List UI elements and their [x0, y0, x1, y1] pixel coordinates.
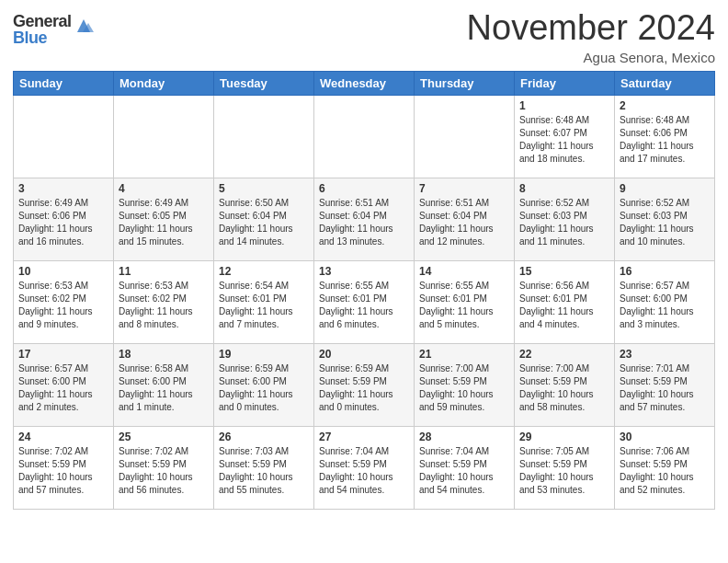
- calendar-cell: 13Sunrise: 6:55 AMSunset: 6:01 PMDayligh…: [314, 260, 415, 343]
- calendar-cell: 23Sunrise: 7:01 AMSunset: 5:59 PMDayligh…: [615, 343, 715, 426]
- day-number: 10: [18, 265, 108, 278]
- calendar-cell: 5Sunrise: 6:50 AMSunset: 6:04 PMDaylight…: [214, 178, 314, 260]
- calendar-week-2: 3Sunrise: 6:49 AMSunset: 6:06 PMDaylight…: [14, 178, 715, 260]
- weekday-header-row: SundayMondayTuesdayWednesdayThursdayFrid…: [14, 71, 715, 95]
- day-info: Sunrise: 6:57 AMSunset: 6:00 PMDaylight:…: [620, 280, 710, 331]
- day-info: Sunrise: 6:55 AMSunset: 6:01 PMDaylight:…: [419, 280, 509, 331]
- day-info: Sunrise: 7:03 AMSunset: 5:59 PMDaylight:…: [219, 445, 309, 497]
- day-info: Sunrise: 6:52 AMSunset: 6:03 PMDaylight:…: [519, 197, 609, 248]
- calendar-cell: 24Sunrise: 7:02 AMSunset: 5:59 PMDayligh…: [14, 426, 114, 509]
- weekday-tuesday: Tuesday: [214, 71, 314, 95]
- calendar-cell: 30Sunrise: 7:06 AMSunset: 5:59 PMDayligh…: [615, 426, 715, 509]
- calendar-cell: 22Sunrise: 7:00 AMSunset: 5:59 PMDayligh…: [515, 343, 615, 426]
- day-number: 22: [519, 348, 609, 361]
- logo-blue: Blue: [13, 29, 72, 46]
- day-info: Sunrise: 7:04 AMSunset: 5:59 PMDaylight:…: [419, 445, 509, 497]
- calendar-cell: 4Sunrise: 6:49 AMSunset: 6:05 PMDaylight…: [114, 178, 214, 260]
- day-number: 1: [519, 99, 609, 112]
- day-number: 7: [419, 182, 509, 195]
- day-number: 25: [119, 431, 209, 443]
- day-number: 24: [18, 431, 108, 443]
- calendar-cell: [214, 95, 314, 178]
- day-number: 3: [18, 182, 108, 195]
- day-number: 15: [519, 265, 609, 278]
- day-number: 29: [519, 431, 609, 443]
- calendar-cell: 3Sunrise: 6:49 AMSunset: 6:06 PMDaylight…: [14, 178, 114, 260]
- calendar-cell: 20Sunrise: 6:59 AMSunset: 5:59 PMDayligh…: [314, 343, 415, 426]
- day-number: 14: [419, 265, 509, 278]
- calendar-week-3: 10Sunrise: 6:53 AMSunset: 6:02 PMDayligh…: [14, 260, 715, 343]
- day-info: Sunrise: 7:05 AMSunset: 5:59 PMDaylight:…: [519, 445, 609, 497]
- calendar-cell: 14Sunrise: 6:55 AMSunset: 6:01 PMDayligh…: [415, 260, 515, 343]
- title-section: November 2024 Agua Senora, Mexico: [467, 9, 715, 65]
- day-info: Sunrise: 6:48 AMSunset: 6:07 PMDaylight:…: [519, 114, 609, 166]
- day-info: Sunrise: 6:55 AMSunset: 6:01 PMDaylight:…: [319, 280, 409, 331]
- logo-icon: [74, 16, 94, 40]
- weekday-monday: Monday: [114, 71, 214, 95]
- calendar-cell: 17Sunrise: 6:57 AMSunset: 6:00 PMDayligh…: [14, 343, 114, 426]
- day-info: Sunrise: 6:53 AMSunset: 6:02 PMDaylight:…: [119, 280, 209, 331]
- day-number: 9: [620, 182, 710, 195]
- calendar-week-4: 17Sunrise: 6:57 AMSunset: 6:00 PMDayligh…: [14, 343, 715, 426]
- calendar-cell: 29Sunrise: 7:05 AMSunset: 5:59 PMDayligh…: [515, 426, 615, 509]
- day-info: Sunrise: 6:49 AMSunset: 6:06 PMDaylight:…: [18, 197, 108, 248]
- calendar-cell: 19Sunrise: 6:59 AMSunset: 6:00 PMDayligh…: [214, 343, 314, 426]
- calendar-cell: 1Sunrise: 6:48 AMSunset: 6:07 PMDaylight…: [515, 95, 615, 178]
- calendar-cell: 16Sunrise: 6:57 AMSunset: 6:00 PMDayligh…: [615, 260, 715, 343]
- day-number: 5: [219, 182, 309, 195]
- calendar-cell: [415, 95, 515, 178]
- day-info: Sunrise: 6:50 AMSunset: 6:04 PMDaylight:…: [219, 197, 309, 248]
- day-info: Sunrise: 6:49 AMSunset: 6:05 PMDaylight:…: [119, 197, 209, 248]
- day-number: 21: [419, 348, 509, 361]
- calendar-cell: 7Sunrise: 6:51 AMSunset: 6:04 PMDaylight…: [415, 178, 515, 260]
- calendar-cell: 10Sunrise: 6:53 AMSunset: 6:02 PMDayligh…: [14, 260, 114, 343]
- day-number: 2: [620, 99, 710, 112]
- calendar-cell: [314, 95, 415, 178]
- day-info: Sunrise: 7:00 AMSunset: 5:59 PMDaylight:…: [519, 362, 609, 414]
- day-number: 8: [519, 182, 609, 195]
- calendar-cell: 8Sunrise: 6:52 AMSunset: 6:03 PMDaylight…: [515, 178, 615, 260]
- logo: General Blue: [13, 13, 94, 46]
- calendar-cell: 27Sunrise: 7:04 AMSunset: 5:59 PMDayligh…: [314, 426, 415, 509]
- day-info: Sunrise: 7:06 AMSunset: 5:59 PMDaylight:…: [620, 445, 710, 497]
- day-info: Sunrise: 6:59 AMSunset: 6:00 PMDaylight:…: [219, 362, 309, 414]
- day-number: 6: [319, 182, 409, 195]
- day-number: 20: [319, 348, 409, 361]
- day-info: Sunrise: 6:48 AMSunset: 6:06 PMDaylight:…: [620, 114, 710, 166]
- month-title: November 2024: [467, 9, 715, 48]
- day-info: Sunrise: 6:56 AMSunset: 6:01 PMDaylight:…: [519, 280, 609, 331]
- calendar-cell: [14, 95, 114, 178]
- weekday-saturday: Saturday: [615, 71, 715, 95]
- calendar-cell: 12Sunrise: 6:54 AMSunset: 6:01 PMDayligh…: [214, 260, 314, 343]
- day-info: Sunrise: 6:51 AMSunset: 6:04 PMDaylight:…: [419, 197, 509, 248]
- page: General Blue November 2024 Agua Senora, …: [0, 0, 728, 523]
- day-number: 30: [620, 431, 710, 443]
- day-info: Sunrise: 7:01 AMSunset: 5:59 PMDaylight:…: [620, 362, 710, 414]
- logo-text: General Blue: [13, 13, 72, 46]
- day-info: Sunrise: 7:02 AMSunset: 5:59 PMDaylight:…: [18, 445, 108, 497]
- calendar-cell: 25Sunrise: 7:02 AMSunset: 5:59 PMDayligh…: [114, 426, 214, 509]
- day-number: 11: [119, 265, 209, 278]
- day-info: Sunrise: 6:54 AMSunset: 6:01 PMDaylight:…: [219, 280, 309, 331]
- weekday-wednesday: Wednesday: [314, 71, 415, 95]
- day-info: Sunrise: 7:02 AMSunset: 5:59 PMDaylight:…: [119, 445, 209, 497]
- calendar-cell: 21Sunrise: 7:00 AMSunset: 5:59 PMDayligh…: [415, 343, 515, 426]
- calendar-cell: 15Sunrise: 6:56 AMSunset: 6:01 PMDayligh…: [515, 260, 615, 343]
- day-info: Sunrise: 7:00 AMSunset: 5:59 PMDaylight:…: [419, 362, 509, 414]
- day-info: Sunrise: 6:53 AMSunset: 6:02 PMDaylight:…: [18, 280, 108, 331]
- calendar-cell: 11Sunrise: 6:53 AMSunset: 6:02 PMDayligh…: [114, 260, 214, 343]
- calendar-cell: 6Sunrise: 6:51 AMSunset: 6:04 PMDaylight…: [314, 178, 415, 260]
- day-number: 26: [219, 431, 309, 443]
- day-info: Sunrise: 6:58 AMSunset: 6:00 PMDaylight:…: [119, 362, 209, 414]
- calendar-cell: 26Sunrise: 7:03 AMSunset: 5:59 PMDayligh…: [214, 426, 314, 509]
- day-info: Sunrise: 6:57 AMSunset: 6:00 PMDaylight:…: [18, 362, 108, 414]
- calendar-cell: 18Sunrise: 6:58 AMSunset: 6:00 PMDayligh…: [114, 343, 214, 426]
- day-info: Sunrise: 6:51 AMSunset: 6:04 PMDaylight:…: [319, 197, 409, 248]
- location: Agua Senora, Mexico: [467, 50, 715, 65]
- day-number: 23: [620, 348, 710, 361]
- weekday-thursday: Thursday: [415, 71, 515, 95]
- day-number: 4: [119, 182, 209, 195]
- day-number: 19: [219, 348, 309, 361]
- calendar-cell: [114, 95, 214, 178]
- calendar-table: SundayMondayTuesdayWednesdayThursdayFrid…: [13, 71, 715, 510]
